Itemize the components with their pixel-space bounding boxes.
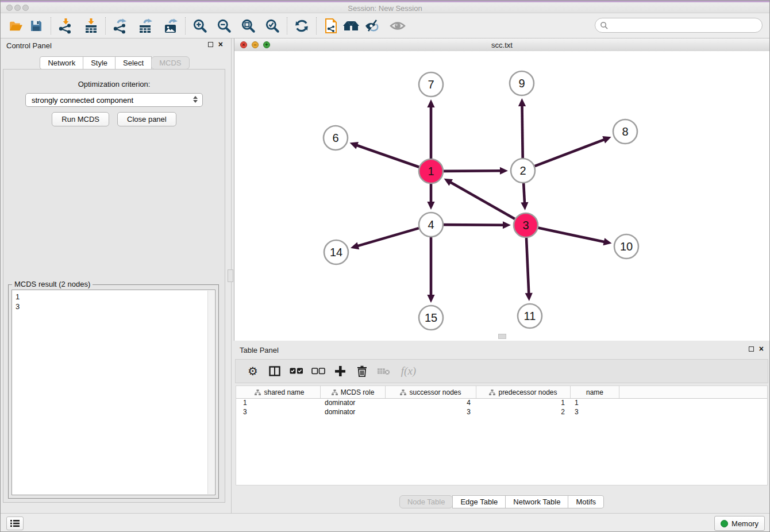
network-canvas[interactable]: 7968124314101511	[234, 51, 769, 341]
edge-3-1[interactable]	[444, 179, 515, 219]
export-table-button[interactable]	[135, 16, 156, 36]
memory-button[interactable]: Memory	[714, 516, 765, 531]
export-network-button[interactable]	[110, 16, 130, 36]
close-table-panel-icon[interactable]: ×	[759, 346, 764, 352]
table-row[interactable]: 3dominator323	[236, 408, 767, 417]
run-mcds-button[interactable]: Run MCDS	[52, 112, 109, 126]
edge-2-3[interactable]	[521, 183, 528, 210]
table-cell[interactable]: 1	[239, 399, 321, 408]
export-image-button[interactable]	[160, 16, 181, 36]
table-cell[interactable]: dominator	[321, 399, 386, 408]
column-header-name[interactable]: name	[571, 386, 619, 398]
node-1[interactable]: 1	[419, 159, 443, 183]
float-table-panel-icon[interactable]	[749, 346, 754, 352]
column-settings-button[interactable]: ⚙	[246, 364, 260, 378]
show-visual-properties-button[interactable]	[387, 16, 408, 36]
edge-2-8[interactable]	[535, 136, 611, 166]
split-table-button[interactable]	[268, 364, 282, 378]
close-panel-button[interactable]: Close panel	[117, 112, 176, 126]
select-all-button[interactable]	[290, 364, 303, 378]
node-3[interactable]: 3	[514, 213, 538, 237]
search-input[interactable]	[611, 21, 762, 30]
table-cell[interactable]: 1	[476, 399, 571, 408]
svg-text:6: 6	[332, 132, 338, 144]
table-cell[interactable]: 1	[571, 399, 619, 408]
node-9[interactable]: 9	[510, 71, 534, 95]
tab-edge-table[interactable]: Edge Table	[452, 495, 506, 508]
column-header-label: name	[586, 388, 603, 396]
table-cell[interactable]: 4	[386, 399, 476, 408]
node-15[interactable]: 15	[419, 306, 443, 330]
search-field[interactable]	[595, 18, 763, 33]
result-scrollbar[interactable]	[207, 291, 214, 494]
edge-2-9[interactable]	[518, 98, 526, 158]
node-6[interactable]: 6	[324, 126, 348, 150]
edge-1-2[interactable]	[444, 167, 508, 175]
float-panel-icon[interactable]	[208, 42, 213, 47]
vertical-splitter-handle[interactable]	[228, 269, 233, 282]
import-table-button[interactable]	[80, 16, 101, 36]
table-cell[interactable]: 2	[476, 408, 571, 417]
edge-3-11[interactable]	[525, 238, 533, 301]
zoom-in-icon	[192, 18, 207, 33]
fit-content-button[interactable]	[238, 16, 259, 36]
tab-style[interactable]: Style	[83, 56, 116, 70]
table-cell[interactable]: 3	[386, 408, 476, 417]
node-14[interactable]: 14	[324, 240, 348, 264]
table-cell[interactable]: 3	[239, 408, 321, 417]
tab-node-table[interactable]: Node Table	[399, 495, 453, 508]
zoom-out-button[interactable]	[214, 16, 234, 36]
select-arrows-icon	[193, 96, 198, 103]
tab-network[interactable]: Network	[40, 56, 83, 70]
import-network-button[interactable]	[55, 16, 76, 36]
edge-1-7[interactable]	[427, 99, 434, 159]
fit-content-icon	[241, 18, 256, 33]
column-header-successor-nodes[interactable]: successor nodes	[386, 386, 476, 398]
edge-3-10[interactable]	[538, 228, 612, 246]
svg-text:10: 10	[620, 240, 633, 253]
edge-1-6[interactable]	[350, 142, 419, 167]
horizontal-splitter-handle[interactable]	[498, 334, 506, 339]
hide-visual-properties-button[interactable]	[362, 16, 383, 36]
zoom-selected-button[interactable]	[262, 16, 283, 36]
home-icon	[342, 19, 361, 33]
node-4[interactable]: 4	[419, 213, 443, 237]
refresh-button[interactable]	[291, 16, 312, 36]
home-button[interactable]	[341, 16, 362, 36]
column-header-predecessor-nodes[interactable]: predecessor nodes	[476, 386, 571, 398]
tab-network-table[interactable]: Network Table	[505, 495, 568, 508]
open-file-button[interactable]	[5, 16, 26, 36]
mcds-result-area[interactable]: 1 3	[11, 290, 215, 495]
node-8[interactable]: 8	[613, 119, 637, 144]
node-2[interactable]: 2	[511, 159, 535, 183]
edge-4-15[interactable]	[427, 237, 434, 303]
save-session-button[interactable]	[26, 16, 47, 36]
table-cell[interactable]: dominator	[321, 408, 386, 417]
edge-4-3[interactable]	[444, 221, 511, 229]
open-network-file-button[interactable]	[321, 16, 341, 36]
node-10[interactable]: 10	[614, 234, 638, 259]
column-header-shared-name[interactable]: shared name	[239, 386, 321, 398]
tab-mcds[interactable]: MCDS	[151, 56, 189, 70]
edge-4-14[interactable]	[351, 228, 419, 249]
criterion-select[interactable]: strongly connected component	[25, 93, 203, 107]
delete-table-button[interactable]	[377, 364, 391, 378]
delete-columns-button[interactable]	[355, 364, 369, 378]
node-11[interactable]: 11	[518, 304, 542, 328]
column-header-mcds-role[interactable]: MCDS role	[321, 386, 386, 398]
edge-1-4[interactable]	[427, 184, 434, 210]
optimization-criterion-label: Optimization criterion:	[3, 80, 225, 88]
tab-motifs[interactable]: Motifs	[568, 495, 604, 508]
tab-select[interactable]: Select	[115, 56, 152, 70]
column-header-label: shared name	[264, 388, 304, 396]
table-row[interactable]: 1dominator411	[236, 399, 767, 408]
table-cell[interactable]: 3	[571, 408, 619, 417]
task-history-button[interactable]	[6, 516, 24, 530]
unselect-all-button[interactable]	[311, 364, 325, 378]
function-builder-button[interactable]: f(x)	[399, 364, 418, 378]
zoom-in-button[interactable]	[190, 16, 210, 36]
node-7[interactable]: 7	[419, 72, 443, 97]
criterion-select-value: strongly connected component	[32, 96, 133, 105]
add-column-button[interactable]	[333, 364, 347, 378]
close-panel-icon[interactable]: ×	[218, 41, 223, 47]
